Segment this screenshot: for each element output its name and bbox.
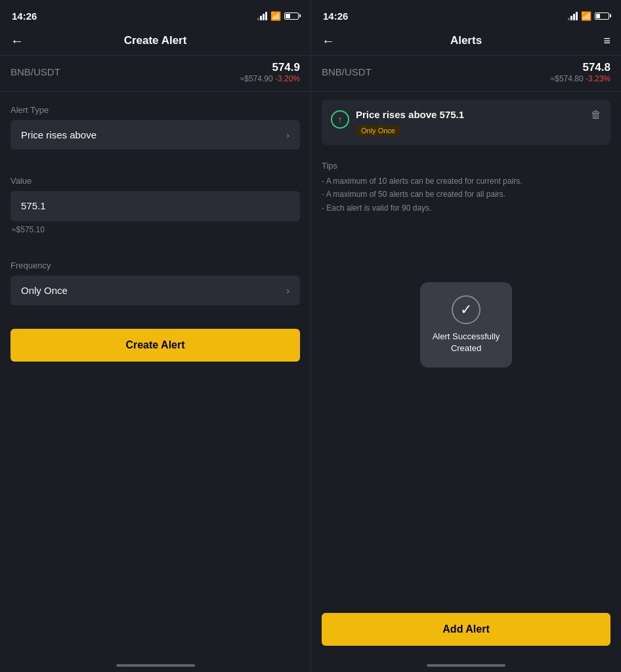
back-button-right[interactable]: ← (322, 33, 335, 49)
battery-icon-right (595, 12, 609, 20)
status-bar-right: 14:26 📶 (311, 0, 621, 29)
tip-line-2: - A maximum of 50 alerts can be created … (322, 188, 610, 201)
value-input[interactable] (21, 200, 289, 211)
pair-sub-left: ≈$574.90 -3.20% (240, 74, 300, 83)
alert-card: ↑ Price rises above 575.1 Only Once 🗑 (322, 100, 610, 145)
success-check-circle: ✓ (452, 295, 481, 324)
pair-name-left: BNB/USDT (11, 66, 60, 78)
alerts-panel: 14:26 📶 ← Alerts ≡ BNB/USDT (310, 0, 621, 672)
alert-type-section: Alert Type Price rises above › (0, 92, 310, 163)
pair-name-right: BNB/USDT (322, 66, 372, 78)
pair-change-left: -3.20% (275, 74, 300, 83)
tip-line-1: - A maximum of 10 alerts can be created … (322, 175, 610, 188)
pair-price-left: 574.9 (240, 61, 300, 74)
frequency-label: Frequency (11, 261, 300, 270)
alerts-header: ← Alerts ≡ (311, 29, 621, 55)
divider-right-2 (311, 91, 621, 92)
pair-sub-right: ≈$574.80 -3.23% (551, 74, 610, 83)
pair-price-right: 574.8 (551, 61, 610, 74)
status-time-right: 14:26 (323, 10, 348, 22)
wifi-icon: 📶 (270, 11, 281, 21)
tips-title: Tips (322, 161, 610, 171)
status-icons-left: 📶 (257, 11, 299, 21)
success-message: Alert Successfully Created (420, 331, 512, 354)
home-indicator-right (427, 664, 505, 667)
pair-price-block-left: 574.9 ≈$574.90 -3.20% (240, 61, 300, 83)
wifi-icon-right: 📶 (581, 11, 591, 21)
menu-icon[interactable]: ≡ (603, 34, 610, 48)
alert-up-icon: ↑ (331, 110, 349, 129)
home-indicator-left (116, 664, 195, 667)
pair-price-block-right: 574.8 ≈$574.80 -3.23% (551, 61, 610, 83)
alert-card-left: ↑ Price rises above 575.1 Only Once (331, 109, 464, 136)
status-icons-right: 📶 (568, 11, 609, 21)
status-bar-left: 14:26 📶 (0, 0, 310, 29)
delete-alert-button[interactable]: 🗑 (591, 109, 601, 121)
check-icon: ✓ (460, 301, 472, 318)
success-toast: ✓ Alert Successfully Created (420, 282, 512, 368)
pair-change-right: -3.23% (586, 74, 610, 83)
tips-text: - A maximum of 10 alerts can be created … (322, 175, 610, 215)
pair-row-right: BNB/USDT 574.8 ≈$574.80 -3.23% (311, 56, 621, 91)
value-label: Value (11, 176, 300, 186)
create-alert-button[interactable]: Create Alert (11, 329, 300, 362)
value-approx: ≈$575.10 (11, 225, 300, 234)
tips-section: Tips - A maximum of 10 alerts can be cre… (311, 153, 621, 222)
alert-type-label: Alert Type (11, 105, 300, 115)
alert-title: Price rises above 575.1 (356, 109, 464, 120)
frequency-select[interactable]: Only Once › (11, 276, 300, 305)
pair-row-left: BNB/USDT 574.9 ≈$574.90 -3.20% (0, 56, 310, 91)
alert-type-select[interactable]: Price rises above › (11, 120, 300, 150)
create-alert-panel: 14:26 📶 ← Create Alert BNB/USDT (0, 0, 310, 672)
back-button-left[interactable]: ← (11, 33, 24, 49)
value-input-wrap (11, 191, 300, 221)
frequency-value: Only Once (21, 285, 68, 296)
battery-icon-left (284, 12, 299, 20)
chevron-right-icon-freq: › (286, 285, 289, 296)
chevron-right-icon-type: › (286, 130, 289, 140)
tip-line-3: - Each alert is valid for 90 days. (322, 201, 610, 215)
create-alert-header: ← Create Alert (0, 29, 310, 55)
alert-badge: Only Once (356, 125, 400, 136)
status-time-left: 14:26 (12, 10, 37, 22)
add-alert-button[interactable]: Add Alert (322, 613, 610, 646)
frequency-section: Frequency Only Once › (0, 247, 310, 318)
signal-icon-right (568, 11, 578, 20)
alert-card-content: Price rises above 575.1 Only Once (356, 109, 464, 136)
alert-type-value: Price rises above (21, 129, 96, 140)
signal-icon (257, 11, 267, 20)
page-title-left: Create Alert (124, 34, 187, 47)
page-title-right: Alerts (450, 34, 482, 47)
value-section: Value ≈$575.10 (0, 163, 310, 247)
